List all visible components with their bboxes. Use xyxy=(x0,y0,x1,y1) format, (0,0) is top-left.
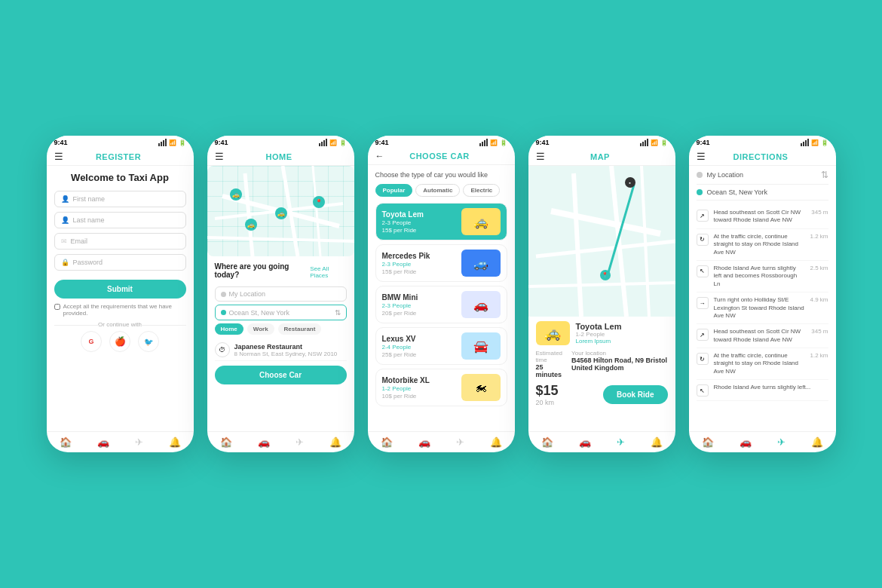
checkbox-row[interactable]: Accept all the requirements that we have… xyxy=(54,303,186,317)
where-label: Where are you going today? xyxy=(215,262,311,279)
car-card-4[interactable]: Motorbike XL 1-2 People 10$ per Ride 🏍 xyxy=(375,369,507,406)
tab-restaurant[interactable]: Restaurant xyxy=(278,323,322,335)
price-row: $15 20 km Book Ride xyxy=(536,383,668,406)
battery-icon-3: 🔋 xyxy=(500,139,507,146)
dir-step-3: → Turn right onto Holliday St/E Lexingto… xyxy=(697,292,828,324)
twitter-button[interactable]: 🐦 xyxy=(138,331,159,352)
dir-icon-5: ↻ xyxy=(697,353,709,365)
car-people-0: 2-3 People xyxy=(382,219,461,226)
nav-home-4[interactable]: 🏠 xyxy=(541,436,553,448)
car-marker-3: 🚕 xyxy=(245,219,257,231)
nav-home-5[interactable]: 🏠 xyxy=(702,436,714,448)
lastname-field[interactable]: 👤 Last name xyxy=(54,212,186,228)
nav-send-4[interactable]: ✈ xyxy=(617,436,625,448)
nav-send-2[interactable]: ✈ xyxy=(296,436,304,448)
tab-home[interactable]: Home xyxy=(215,323,243,335)
nav-car-3[interactable]: 🚗 xyxy=(418,436,430,448)
pill-popular[interactable]: Popular xyxy=(375,184,413,197)
map-preview: 🚕 🚕 🚕 📍 xyxy=(207,166,354,256)
nav-car-1[interactable]: 🚗 xyxy=(97,436,109,448)
dir-text-5: At the traffic circle, continue straight… xyxy=(714,352,805,375)
time-2: 9:41 xyxy=(215,139,228,146)
destination-text: Ocean St, New York xyxy=(229,309,290,317)
car-card-2[interactable]: BMW Mini 2-3 People 20$ per Ride 🚗 xyxy=(375,286,507,323)
car-card-0[interactable]: Toyota Lem 2-3 People 15$ per Ride 🚕 xyxy=(375,203,507,240)
menu-icon-4[interactable]: ☰ xyxy=(536,151,545,162)
destination-input[interactable]: Ocean St, New York ⇅ xyxy=(215,305,347,320)
car-info-3: Lexus XV 2-4 People 25$ per Ride xyxy=(382,335,461,358)
nav-title-3: CHOOSE CAR xyxy=(384,152,495,161)
nav-car-2[interactable]: 🚗 xyxy=(258,436,270,448)
dir-dist-2: 2.5 km xyxy=(810,265,828,271)
password-field[interactable]: 🔒 Password xyxy=(54,254,186,271)
time-5: 9:41 xyxy=(697,139,710,146)
menu-icon-1[interactable]: ☰ xyxy=(54,151,63,162)
phone-home: 9:41 📶 🔋 ☰ HOME 🚕 xyxy=(207,136,354,452)
back-arrow[interactable]: ← xyxy=(375,151,384,161)
nav-title-1: REGISTER xyxy=(63,152,174,161)
estimated-time-item: Estimated time 25 minutes xyxy=(536,350,563,378)
firstname-field[interactable]: 👤 First name xyxy=(54,191,186,207)
place-item[interactable]: ⏱ Japanese Restaurant 8 Norman St, East … xyxy=(215,339,347,361)
wifi-icon-4: 📶 xyxy=(651,139,658,146)
my-location-dot xyxy=(697,172,703,178)
car-people-3: 2-4 People xyxy=(382,344,461,351)
pill-electric[interactable]: Electric xyxy=(463,184,500,197)
menu-icon-5[interactable]: ☰ xyxy=(697,151,706,162)
email-field[interactable]: ✉ Email xyxy=(54,233,186,250)
swap-button-dir[interactable]: ⇅ xyxy=(821,170,828,180)
nav-send-3[interactable]: ✈ xyxy=(456,436,464,448)
dir-text-2: Rhode Island Ave turns slightly left and… xyxy=(714,265,805,288)
bottom-nav-3: 🏠 🚗 ✈ 🔔 xyxy=(368,431,515,452)
status-icons-1: 📶 🔋 xyxy=(158,139,186,146)
nav-home-1[interactable]: 🏠 xyxy=(60,436,72,448)
nav-bell-2[interactable]: 🔔 xyxy=(329,436,341,448)
car-people-2: 2-3 People xyxy=(382,302,461,309)
tab-work[interactable]: Work xyxy=(247,323,274,335)
register-content: Welcome to Taxi App 👤 First name 👤 Last … xyxy=(47,166,194,431)
dir-icon-1: ↻ xyxy=(697,234,709,246)
swap-icon[interactable]: ⇅ xyxy=(335,308,341,317)
google-button[interactable]: G xyxy=(81,331,102,352)
choose-car-button[interactable]: Choose Car xyxy=(215,366,347,384)
estimated-time-value: 25 minutes xyxy=(536,363,563,378)
map-svg xyxy=(528,166,675,317)
nav-send-1[interactable]: ✈ xyxy=(135,436,143,448)
nav-bell-1[interactable]: 🔔 xyxy=(169,436,181,448)
nav-car-4[interactable]: 🚗 xyxy=(579,436,591,448)
accept-checkbox[interactable] xyxy=(54,304,60,310)
svg-line-8 xyxy=(536,241,675,256)
signal-bars-5 xyxy=(801,139,809,146)
time-1: 9:41 xyxy=(54,139,68,146)
bottom-nav-5: 🏠 🚗 ✈ 🔔 xyxy=(689,431,836,452)
car-emoji-3: 🚘 xyxy=(461,332,501,360)
nav-home-2[interactable]: 🏠 xyxy=(220,436,232,448)
submit-button[interactable]: Submit xyxy=(54,280,186,299)
lastname-placeholder: Last name xyxy=(73,216,105,224)
pill-automatic[interactable]: Automatic xyxy=(415,184,460,197)
my-location-input[interactable]: My Location xyxy=(215,286,347,302)
nav-car-5[interactable]: 🚗 xyxy=(740,436,752,448)
car-card-1[interactable]: Mercedes Pik 2-3 People 15$ per Ride 🚙 xyxy=(375,244,507,282)
car-marker-1: 🚕 xyxy=(230,188,242,201)
car-price-3: 25$ per Ride xyxy=(382,351,461,358)
nav-home-3[interactable]: 🏠 xyxy=(381,436,393,448)
menu-icon-2[interactable]: ☰ xyxy=(215,151,224,162)
dir-dist-1: 1.2 km xyxy=(810,233,828,240)
nav-send-5[interactable]: ✈ xyxy=(777,436,786,448)
see-all-link[interactable]: See All Places xyxy=(310,265,346,279)
car-img-4: 🏍 xyxy=(461,374,501,401)
car-name-1: Mercedes Pik xyxy=(382,252,461,260)
estimated-time-label: Estimated time xyxy=(536,350,563,363)
apple-button[interactable]: 🍎 xyxy=(109,331,130,352)
directions-list: ↗ Head southeast on Scott Cir NW toward … xyxy=(689,205,836,431)
location-dot-grey xyxy=(221,292,226,297)
car-img-0: 🚕 xyxy=(461,208,501,235)
nav-bell-4[interactable]: 🔔 xyxy=(651,436,663,448)
nav-bell-5[interactable]: 🔔 xyxy=(811,436,823,448)
book-ride-button[interactable]: Book Ride xyxy=(603,385,667,404)
car-card-3[interactable]: Lexus XV 2-4 People 25$ per Ride 🚘 xyxy=(375,327,507,365)
filter-tabs: Home Work Restaurant xyxy=(215,323,347,335)
place-info: Japanese Restaurant 8 Norman St, East Sy… xyxy=(234,343,338,357)
nav-bell-3[interactable]: 🔔 xyxy=(490,436,502,448)
